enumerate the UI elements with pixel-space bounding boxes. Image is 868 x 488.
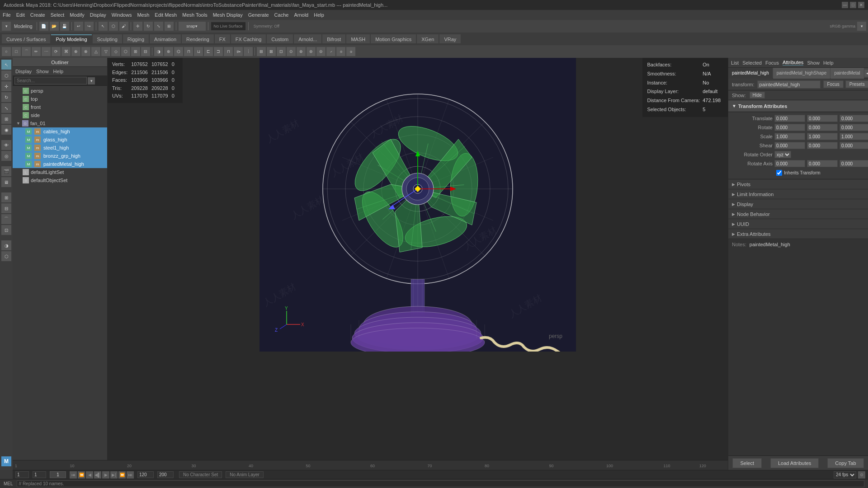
move-tool-btn[interactable]: ✛	[1, 81, 11, 91]
shelf-icon-30[interactable]: ⊚	[297, 47, 306, 56]
focus-button[interactable]: Focus	[823, 80, 844, 88]
shear-x[interactable]	[774, 142, 805, 149]
shelf-icon-31[interactable]: ⊜	[307, 47, 316, 56]
outliner-item-top[interactable]: C top	[13, 95, 107, 103]
viewport-canvas-area[interactable]: Verts: 107652 107652 0 Edges: 211506 211…	[108, 58, 728, 470]
select-tool[interactable]: ↖	[99, 22, 108, 31]
shelf-icon-35[interactable]: ⍟	[346, 47, 355, 56]
rotate-order-select[interactable]: xyz yzx zxy xzy yxz zyx	[774, 151, 791, 158]
scale-tool[interactable]: ⤡	[154, 22, 163, 31]
timeline-ruler[interactable]: 1 10 20 30 40 50 60 70 80 90 100 110 120	[13, 460, 728, 470]
rotate-axis-x[interactable]	[774, 160, 805, 167]
transform-tool[interactable]: ⊞	[165, 22, 174, 31]
shelf-icon-16[interactable]: ◑	[154, 47, 163, 56]
tab-motion-graphics[interactable]: Motion Graphics	[371, 34, 416, 43]
outliner-item-persp[interactable]: C persp	[13, 87, 107, 95]
shelf-icon-32[interactable]: ⊝	[316, 47, 326, 56]
menu-mesh[interactable]: Mesh	[137, 12, 149, 18]
menu-modify[interactable]: Modify	[70, 12, 84, 18]
outliner-item-paintedmetal[interactable]: M m paintedMetal_high	[13, 160, 107, 168]
outliner-item-bronzz[interactable]: M m bronzz_grp_high	[13, 152, 107, 160]
shelf-icon-14[interactable]: ⊞	[131, 47, 140, 56]
tab-sculpting[interactable]: Sculpting	[93, 34, 122, 43]
shelf-icon-22[interactable]: ⊐	[214, 47, 223, 56]
shelf-icon-20[interactable]: ⊔	[194, 47, 203, 56]
transform-attrs-header[interactable]: ▼ Transform Attributes	[728, 100, 868, 112]
translate-x[interactable]	[774, 115, 805, 122]
shelf-icon-7[interactable]: ⌘	[61, 47, 71, 56]
snap-grid-btn[interactable]: ⊟	[1, 203, 11, 213]
play-fwd-btn[interactable]: ▶	[102, 471, 109, 479]
outliner-menu-show[interactable]: Show	[36, 69, 49, 74]
rotate-tool[interactable]: ↻	[144, 22, 153, 31]
next-key-btn[interactable]: ▶|	[110, 471, 118, 479]
restore-button[interactable]: □	[850, 2, 856, 8]
tab-mash[interactable]: MASH	[346, 34, 370, 43]
menu-generate[interactable]: Generate	[248, 12, 269, 18]
tab-vray[interactable]: VRay	[439, 34, 461, 43]
tab-poly-modeling[interactable]: Poly Modeling	[51, 34, 91, 43]
outliner-item-objectset[interactable]: S defaultObjectSet	[13, 176, 107, 184]
redo-btn[interactable]: ↪	[85, 22, 94, 31]
prev-frame-btn[interactable]: ⏪	[78, 471, 85, 479]
presets-button[interactable]: Presets	[845, 80, 868, 88]
snap-curve-btn[interactable]: ⌒	[1, 214, 11, 224]
modeling-mode-selector[interactable]: ▾	[2, 22, 11, 31]
outliner-search-input[interactable]	[14, 77, 87, 84]
soft-select-btn[interactable]: ◉	[1, 125, 11, 135]
tab-custom[interactable]: Custom	[267, 34, 293, 43]
menu-arnold[interactable]: Arnold	[294, 12, 308, 18]
tab-xgen[interactable]: XGen	[417, 34, 439, 43]
menu-cache[interactable]: Cache	[274, 12, 289, 18]
transform-tool-btn[interactable]: ⊞	[1, 114, 11, 124]
uuid-section[interactable]: ▶ UUID	[728, 219, 868, 229]
range-end-input[interactable]	[157, 471, 174, 478]
play-back-btn[interactable]: ◀▌	[94, 471, 101, 479]
attr-left-arrow[interactable]: ◀	[864, 70, 868, 77]
open-scene-btn[interactable]: 📂	[50, 22, 59, 31]
outliner-menu-display[interactable]: Display	[15, 69, 32, 74]
outliner-item-glass-high[interactable]: M m glass_high	[13, 136, 107, 144]
snap-controls[interactable]: snap▾	[179, 22, 206, 31]
limit-info-section[interactable]: ▶ Limit Information	[728, 189, 868, 199]
tab-animation[interactable]: Animation	[150, 34, 181, 43]
outliner-item-cables-high[interactable]: M m cables_high	[13, 127, 107, 136]
attr-obj-tab-2[interactable]: paintedMetal_highShape	[773, 68, 830, 79]
render-settings-btn[interactable]: 🎬	[1, 166, 11, 176]
shelf-icon-13[interactable]: ⬡	[121, 47, 130, 56]
undo-btn[interactable]: ↩	[74, 22, 83, 31]
attr-tab-show[interactable]: Show	[807, 60, 820, 66]
attr-obj-tab-1[interactable]: paintedMetal_high	[728, 68, 773, 79]
scale-y[interactable]	[807, 133, 838, 140]
grid-btn[interactable]: ⊞	[1, 192, 11, 202]
scale-z[interactable]	[840, 133, 868, 140]
prev-key-btn[interactable]: ◀	[86, 471, 93, 479]
scale-tool-btn[interactable]: ⤡	[1, 103, 11, 113]
anim-prefs-btn[interactable]: ⚙	[858, 471, 865, 479]
select-tool-btn[interactable]: ↖	[1, 60, 11, 70]
rotate-y[interactable]	[807, 124, 838, 131]
load-attrs-btn[interactable]: Load Attributes	[770, 458, 819, 468]
save-scene-btn[interactable]: 💾	[60, 22, 69, 31]
show-hide-btn[interactable]: 👁	[1, 140, 11, 150]
shelf-icon-11[interactable]: ▽	[101, 47, 110, 56]
rotate-x[interactable]	[774, 124, 805, 131]
gamma-dropdown[interactable]: ▾	[857, 22, 866, 31]
shelf-icon-2[interactable]: □	[12, 47, 21, 56]
isolate-btn[interactable]: ◎	[1, 151, 11, 161]
attr-tab-attributes[interactable]: Attributes	[783, 60, 803, 66]
outliner-item-steel1-high[interactable]: M m steel1_high	[13, 144, 107, 152]
display-section[interactable]: ▶ Display	[728, 199, 868, 209]
current-frame-field[interactable]: 1	[50, 471, 66, 478]
outliner-menu-help[interactable]: Help	[53, 69, 64, 74]
command-mode-label[interactable]: MEL	[4, 481, 13, 486]
rotate-z[interactable]	[840, 124, 868, 131]
symmetry-control[interactable]: Symmetry: Off	[251, 24, 282, 28]
transform-name-input[interactable]	[757, 80, 821, 89]
shelf-icon-3[interactable]: ⌒	[22, 47, 31, 56]
shelf-icon-23[interactable]: ⊓	[224, 47, 233, 56]
shelf-icon-24[interactable]: ⌲	[234, 47, 243, 56]
tab-curves-surfaces[interactable]: Curves / Surfaces	[2, 34, 50, 43]
rotate-tool-btn[interactable]: ↻	[1, 92, 11, 102]
shelf-icon-25[interactable]: ⋮	[244, 47, 253, 56]
